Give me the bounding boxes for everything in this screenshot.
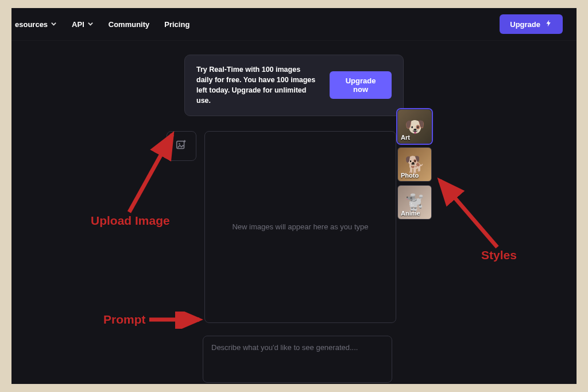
lightning-icon [545, 20, 552, 29]
nav-api[interactable]: API [72, 20, 94, 29]
style-label: Anime [401, 210, 420, 217]
top-nav: esources API Community Pricing Upgrade [11, 8, 577, 41]
canvas-placeholder: New images will appear here as you type [232, 222, 368, 231]
nav-label: API [72, 20, 84, 29]
style-tile-art[interactable]: 🐶 Art [397, 109, 432, 144]
prompt-input[interactable] [203, 336, 392, 383]
nav-pricing[interactable]: Pricing [164, 20, 189, 29]
svg-point-1 [179, 143, 180, 145]
annotation-styles: Styles [481, 248, 517, 262]
nav-left: esources API Community Pricing [15, 20, 189, 29]
nav-label: Pricing [164, 20, 189, 29]
nav-resources[interactable]: esources [15, 20, 57, 29]
button-label: Upgrade now [340, 76, 381, 94]
button-label: Upgrade [510, 20, 540, 29]
image-plus-icon [175, 139, 188, 153]
nav-label: Community [109, 20, 150, 29]
chevron-down-icon [51, 20, 57, 29]
nav-right: Upgrade [500, 14, 563, 34]
annotation-prompt: Prompt [103, 313, 146, 326]
nav-label: esources [15, 20, 48, 29]
image-canvas: New images will appear here as you type [204, 131, 396, 323]
promo-banner: Try Real-Time with 100 images daily for … [184, 55, 404, 116]
style-label: Art [401, 134, 410, 141]
style-label: Photo [401, 172, 419, 179]
upload-image-button[interactable] [167, 131, 196, 161]
upgrade-now-button[interactable]: Upgrade now [330, 71, 392, 99]
annotation-upload: Upload Image [91, 214, 170, 228]
style-tile-anime[interactable]: 🐩 Anime [397, 185, 432, 220]
styles-panel: 🐶 Art 🐕 Photo 🐩 Anime [397, 109, 432, 220]
chevron-down-icon [87, 20, 94, 29]
promo-text: Try Real-Time with 100 images daily for … [196, 64, 317, 106]
style-tile-photo[interactable]: 🐕 Photo [397, 147, 432, 182]
app-window: esources API Community Pricing Upgrade [11, 8, 577, 384]
main-row: New images will appear here as you type [167, 131, 396, 323]
upgrade-button[interactable]: Upgrade [500, 14, 563, 34]
arrow-icon [430, 174, 516, 254]
prompt-section [203, 336, 392, 385]
nav-community[interactable]: Community [109, 20, 150, 29]
